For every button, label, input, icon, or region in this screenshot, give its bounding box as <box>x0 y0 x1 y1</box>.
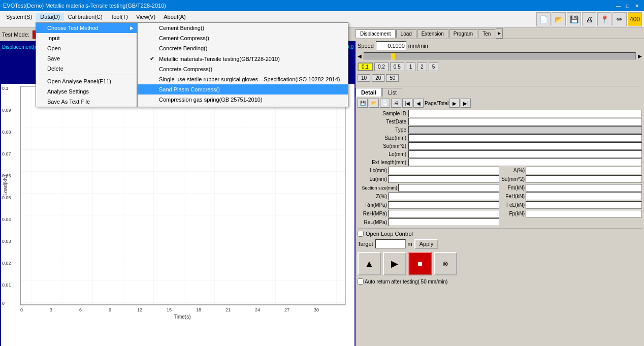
submenu-metallic-tensile[interactable]: ✔ Metallic materials-Tensile testing(GB/… <box>138 53 348 64</box>
lc-input[interactable] <box>388 167 499 174</box>
nav-last-button[interactable]: ▶| <box>461 99 471 108</box>
cancel-button[interactable]: ⊗ <box>434 252 457 275</box>
svg-text:0: 0 <box>2 301 5 306</box>
toolbar-edit-button[interactable]: ✏ <box>613 12 627 26</box>
type-input[interactable] <box>408 126 642 134</box>
slider-left-arrow[interactable]: ◀ <box>358 53 362 59</box>
auto-return-checkbox[interactable] <box>358 278 364 285</box>
menu-data[interactable]: Data(D) <box>36 13 64 21</box>
apply-button[interactable]: Apply <box>414 239 439 249</box>
target-input[interactable] <box>375 239 406 248</box>
menu-view[interactable]: View(V) <box>132 13 159 21</box>
open-icon-button[interactable]: 📂 <box>369 99 379 108</box>
reh-input[interactable] <box>388 210 499 217</box>
menu-tool[interactable]: Tool(T) <box>107 13 132 21</box>
submenu-concrete-bending[interactable]: Concrete Bending() <box>138 43 348 53</box>
speed-input[interactable] <box>376 41 406 50</box>
preset-20[interactable]: 20 <box>372 74 384 82</box>
nav-next-button[interactable]: ▶ <box>449 99 460 108</box>
sample-id-input[interactable] <box>408 110 642 117</box>
close-button[interactable]: ✕ <box>633 2 641 10</box>
section-input[interactable] <box>398 184 499 192</box>
fp-input[interactable] <box>526 210 642 217</box>
stop-test-button[interactable]: ■ <box>408 252 432 275</box>
save-icon-button[interactable]: 💾 <box>358 99 368 108</box>
preset-10[interactable]: 10 <box>358 74 370 82</box>
nav-first-button[interactable]: |◀ <box>402 99 412 108</box>
choose-method-submenu: Cement Bending() Cement Compress() Concr… <box>137 22 348 107</box>
field-rel: ReL(MPa) <box>358 218 499 226</box>
title-bar: EVOTest(Demo) Metallic materials-Tensile… <box>0 0 644 11</box>
print-icon-button[interactable]: 🖨 <box>391 99 401 108</box>
preset-50[interactable]: 50 <box>386 74 399 82</box>
toolbar-location-button[interactable]: 📍 <box>597 12 611 26</box>
move-up-button[interactable]: ▲ <box>358 252 381 275</box>
tab-detail[interactable]: Detail <box>356 88 382 97</box>
slider-thumb[interactable] <box>391 53 395 59</box>
ext-length-input[interactable] <box>408 159 642 166</box>
tab-extension[interactable]: Extension <box>417 29 448 38</box>
menu-save-text[interactable]: Save As Text File <box>36 97 137 107</box>
submenu-cement-compress[interactable]: Cement Compress() <box>138 33 348 43</box>
open-loop-checkbox[interactable] <box>358 231 364 237</box>
fel-input[interactable] <box>526 201 642 209</box>
preset-0.2[interactable]: 0.2 <box>374 62 389 71</box>
menu-system[interactable]: System(S) <box>2 13 36 21</box>
su-input[interactable] <box>526 175 642 183</box>
toolbar-save-button[interactable]: 💾 <box>567 12 581 26</box>
tab-ten[interactable]: Ten <box>478 29 495 38</box>
svg-text:6: 6 <box>79 307 82 312</box>
preset-0.5[interactable]: 0.5 <box>390 62 404 71</box>
start-button[interactable]: ▶ <box>383 252 406 275</box>
menu-open[interactable]: Open <box>36 43 137 53</box>
submenu-compression-gas[interactable]: Compression gas spring(GB 25751-2010) <box>138 95 348 105</box>
feh-input[interactable] <box>526 193 642 200</box>
submenu-sand-plasm[interactable]: Sand Plasm Compress() <box>138 84 348 95</box>
menu-about[interactable]: About(A) <box>159 13 189 21</box>
toolbar-print-button[interactable]: 🖨 <box>582 12 596 26</box>
preset-2[interactable]: 2 <box>417 62 427 71</box>
menu-save[interactable]: Save <box>36 53 137 64</box>
toolbar-new-button[interactable]: 📄 <box>536 12 551 26</box>
speed-slider[interactable] <box>364 52 636 59</box>
fm-input[interactable] <box>526 184 642 192</box>
menu-calibration[interactable]: Calibration(C) <box>64 13 107 21</box>
tab-displacement[interactable]: Displacement <box>356 29 396 38</box>
preset-1[interactable]: 1 <box>406 62 416 71</box>
export-icon-button[interactable]: 📄 <box>380 99 390 108</box>
z-input[interactable] <box>388 193 499 200</box>
maximize-button[interactable]: □ <box>624 2 632 10</box>
slider-row: ◀ ▶ <box>356 52 644 59</box>
submenu-cement-bending[interactable]: Cement Bending() <box>138 23 348 33</box>
slider-right-arrow[interactable]: ▶ <box>638 53 642 59</box>
tab-list[interactable]: List <box>382 88 402 97</box>
speed-row: Speed mm/min <box>356 39 644 52</box>
rel-input[interactable] <box>388 218 499 226</box>
rm-input[interactable] <box>388 201 499 209</box>
submenu-surgical-gloves[interactable]: Single-use sterile rubber surgical glove… <box>138 74 348 84</box>
lu-input[interactable] <box>388 175 499 183</box>
tab-scroll-right[interactable]: ▶ <box>496 28 503 39</box>
field-so: So(mm^2) <box>358 142 642 150</box>
test-date-input[interactable] <box>408 118 642 125</box>
preset-0.1[interactable]: 0.1 <box>358 62 373 71</box>
toolbar-open-button[interactable]: 📂 <box>552 12 566 26</box>
nav-prev-button[interactable]: ◀ <box>413 99 424 108</box>
tab-program[interactable]: Program <box>449 29 477 38</box>
menu-open-analyse[interactable]: Open Analyse Panel(F11) <box>36 76 137 86</box>
speed-label: Speed <box>358 43 374 49</box>
preset-5[interactable]: 5 <box>429 62 439 71</box>
submenu-concrete-compress[interactable]: Concrete Compress() <box>138 64 348 74</box>
menu-input[interactable]: Input <box>36 33 137 43</box>
menu-delete[interactable]: Delete <box>36 64 137 74</box>
tab-load[interactable]: Load <box>396 29 416 38</box>
minimize-button[interactable]: — <box>615 2 623 10</box>
so-input[interactable] <box>408 142 642 150</box>
lo-input[interactable] <box>408 150 642 158</box>
toolbar-settings-button[interactable]: 400 <box>628 12 642 26</box>
menu-choose-method[interactable]: Choose Test Method <box>36 23 137 33</box>
menu-analyse-settings[interactable]: Analyse Settings <box>36 86 137 97</box>
size-input[interactable] <box>408 134 642 142</box>
field-ext-length: Ext length(mm) <box>358 159 642 166</box>
a-input[interactable] <box>526 167 642 174</box>
